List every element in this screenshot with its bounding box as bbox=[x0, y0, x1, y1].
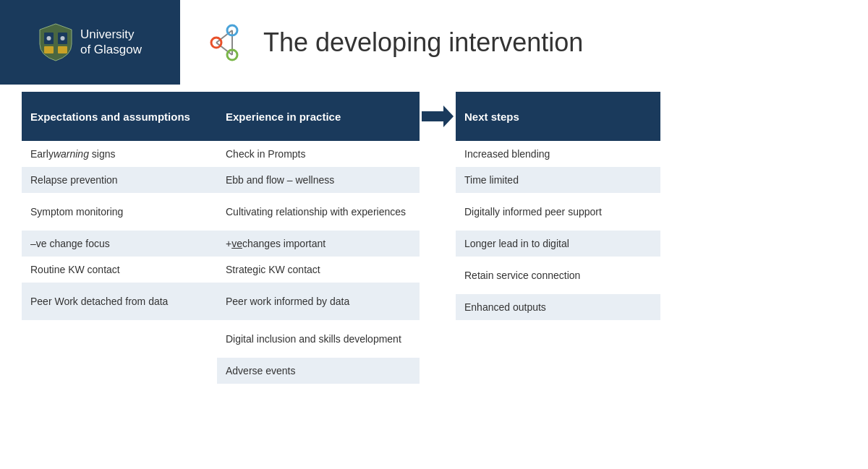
col1-header: Expectations and assumptions bbox=[22, 92, 217, 141]
col3-row-6: Enhanced outputs bbox=[456, 294, 660, 320]
col2-row-1: Check in Prompts bbox=[217, 141, 420, 167]
svg-point-5 bbox=[60, 36, 64, 40]
col-expectations: Expectations and assumptions Early warni… bbox=[22, 92, 217, 320]
col3-row-1: Increased blending bbox=[456, 141, 660, 167]
svg-rect-2 bbox=[44, 46, 54, 53]
underline-ve: ve bbox=[231, 238, 242, 249]
col3-row-3: Digitally informed peer support bbox=[456, 193, 660, 231]
arrow-wrapper bbox=[420, 92, 456, 141]
svg-line-6 bbox=[216, 30, 232, 43]
svg-rect-3 bbox=[58, 46, 67, 53]
col3-header: Next steps bbox=[456, 92, 660, 141]
arrow-icon bbox=[422, 106, 454, 127]
col1-row-6: Peer Work detached from data bbox=[22, 283, 217, 320]
col1-row-2: Relapse prevention bbox=[22, 167, 217, 193]
col3-row-2: Time limited bbox=[456, 167, 660, 193]
col1-row-5: Routine KW contact bbox=[22, 257, 217, 283]
col2-row-8: Adverse events bbox=[217, 358, 420, 384]
col2-row-3: Cultivating relationship with experience… bbox=[217, 193, 420, 231]
col2-row-2: Ebb and flow – wellness bbox=[217, 167, 420, 193]
network-icon bbox=[202, 17, 252, 68]
col3-row-5: Retain service connection bbox=[456, 257, 660, 294]
col1-row-4: –ve change focus bbox=[22, 231, 217, 257]
col2-row-4: +ve changes important bbox=[217, 231, 420, 257]
col1-row-3: Symptom monitoring bbox=[22, 193, 217, 231]
university-shield-icon bbox=[38, 22, 73, 62]
col-next: Next steps Increased blending Time limit… bbox=[456, 92, 660, 320]
table-container: Expectations and assumptions Early warni… bbox=[22, 92, 846, 384]
col-experience: Experience in practice Check in Prompts … bbox=[217, 92, 420, 384]
logo-text: University of Glasgow bbox=[80, 27, 142, 57]
col3-row-4: Longer lead in to digital bbox=[456, 231, 660, 257]
header: University of Glasgow The developing int… bbox=[0, 0, 868, 85]
logo-area: University of Glasgow bbox=[0, 0, 180, 85]
col2-row-7: Digital inclusion and skills development bbox=[217, 320, 420, 358]
col2-row-5: Strategic KW contact bbox=[217, 257, 420, 283]
page-title: The developing intervention bbox=[263, 27, 583, 58]
svg-line-7 bbox=[216, 43, 232, 55]
title-area: The developing intervention bbox=[180, 17, 868, 68]
main-content: Expectations and assumptions Early warni… bbox=[0, 85, 868, 391]
col2-row-6: Peer work informed by data bbox=[217, 283, 420, 320]
svg-point-4 bbox=[46, 36, 51, 40]
col2-header: Experience in practice bbox=[217, 92, 420, 141]
svg-marker-12 bbox=[422, 106, 454, 127]
italic-warning: warning bbox=[54, 148, 89, 160]
col1-row-1: Early warning signs bbox=[22, 141, 217, 167]
